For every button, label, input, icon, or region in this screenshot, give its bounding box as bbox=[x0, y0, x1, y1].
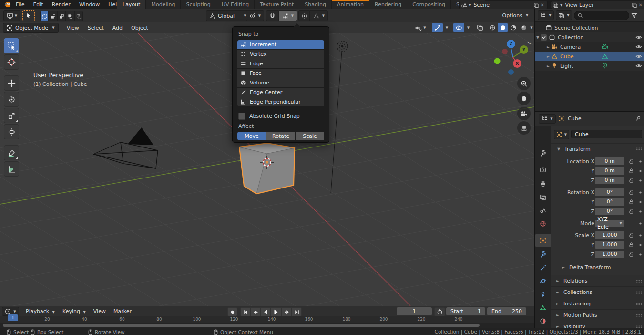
menu-window[interactable]: Window bbox=[75, 0, 104, 9]
scrollbar-thumb[interactable] bbox=[3, 324, 480, 327]
shading-material-button[interactable] bbox=[508, 23, 518, 32]
outliner-filter-mode-dropdown[interactable]: ▼ bbox=[556, 10, 572, 20]
location-z-field[interactable]: 0 m bbox=[595, 177, 624, 184]
tab-animation[interactable]: Animation bbox=[332, 0, 369, 9]
unlink-scene-icon[interactable]: ✕ bbox=[539, 2, 546, 8]
scale-z-field[interactable]: 1.000 bbox=[595, 251, 624, 258]
tool-scale[interactable] bbox=[4, 108, 19, 123]
tab-modifiers[interactable] bbox=[535, 248, 551, 261]
tab-texture-paint[interactable]: Texture Paint bbox=[255, 0, 299, 9]
absolute-grid-snap-row[interactable]: Absolute Grid Snap bbox=[238, 113, 300, 120]
tab-tool[interactable] bbox=[535, 147, 551, 159]
tab-layout[interactable]: Layout bbox=[117, 0, 145, 9]
animate-dot-icon[interactable] bbox=[639, 200, 642, 204]
outliner-row-light[interactable]: ► Light bbox=[535, 61, 644, 71]
select-mode-invert[interactable] bbox=[66, 11, 74, 21]
lock-icon[interactable] bbox=[628, 242, 634, 248]
new-view-layer-icon[interactable] bbox=[632, 2, 637, 8]
rotation-y-field[interactable]: 0° bbox=[595, 198, 624, 206]
lock-icon[interactable] bbox=[628, 158, 634, 164]
tab-world[interactable] bbox=[535, 218, 551, 230]
tool-rotate[interactable] bbox=[4, 92, 19, 107]
current-frame-field[interactable]: 1 bbox=[397, 307, 432, 315]
location-y-field[interactable]: 0 m bbox=[595, 167, 624, 175]
pivot-point-dropdown[interactable]: ▼ bbox=[246, 10, 264, 21]
menu-keying[interactable]: Keying ▼ bbox=[59, 308, 90, 314]
outliner-search-input[interactable] bbox=[574, 11, 629, 20]
tab-render[interactable] bbox=[535, 164, 551, 176]
frame-end-field[interactable]: End 250 bbox=[487, 307, 526, 315]
mode-dropdown[interactable]: Object Mode ▼ bbox=[3, 23, 59, 33]
panel-grip-icon[interactable] bbox=[635, 302, 642, 306]
rotation-x-field[interactable]: 0° bbox=[595, 188, 624, 196]
timeline-scrollbar[interactable] bbox=[0, 323, 534, 328]
pan-button[interactable] bbox=[517, 92, 531, 105]
lock-icon[interactable] bbox=[628, 178, 634, 183]
gizmo-dropdown[interactable]: ▼ bbox=[443, 23, 450, 32]
rotation-z-field[interactable]: 0° bbox=[595, 208, 624, 215]
editor-type-button[interactable]: ▼ bbox=[3, 10, 20, 21]
menu-object[interactable]: Object bbox=[127, 25, 153, 31]
panel-grip-icon[interactable] bbox=[635, 147, 642, 151]
camera-data-icon[interactable] bbox=[602, 43, 608, 50]
snap-option-volume[interactable]: Volume bbox=[237, 78, 324, 87]
section-instancing[interactable]: ►Instancing bbox=[551, 298, 644, 309]
visibility-eye-icon[interactable] bbox=[635, 53, 642, 60]
transform-panel-header[interactable]: ▼ Transform bbox=[551, 143, 644, 154]
lock-icon[interactable] bbox=[628, 251, 634, 257]
animate-dot-icon[interactable] bbox=[639, 160, 642, 163]
falloff-dropdown[interactable]: ▼ bbox=[310, 10, 328, 21]
zoom-button[interactable] bbox=[517, 77, 531, 90]
jump-to-end-button[interactable] bbox=[292, 307, 302, 316]
playhead[interactable]: 1 bbox=[8, 314, 18, 321]
shading-wireframe-button[interactable] bbox=[487, 23, 497, 32]
rotation-mode-dropdown[interactable]: XYZ Eule▼ bbox=[595, 220, 624, 227]
gizmo-y-axis[interactable]: Y bbox=[520, 45, 528, 54]
menu-add[interactable]: Add bbox=[108, 25, 127, 31]
active-tool-button[interactable] bbox=[22, 10, 35, 21]
disclosure-down-icon[interactable]: ▼ bbox=[535, 35, 541, 40]
tool-cursor[interactable] bbox=[4, 54, 19, 70]
next-keyframe-button[interactable] bbox=[282, 307, 292, 316]
panel-grip-icon[interactable] bbox=[635, 314, 642, 317]
tab-output[interactable] bbox=[535, 178, 551, 190]
snap-option-face[interactable]: Face bbox=[237, 69, 324, 78]
options-dropdown[interactable]: Options ▼ bbox=[500, 10, 531, 20]
object-name-field[interactable]: Cube bbox=[571, 130, 642, 138]
section-collections[interactable]: ►Collections bbox=[551, 286, 644, 298]
menu-marker[interactable]: Marker bbox=[110, 308, 135, 314]
disclosure-right-icon[interactable]: ► bbox=[545, 54, 551, 59]
shading-solid-button[interactable] bbox=[498, 23, 508, 32]
lock-icon[interactable] bbox=[628, 209, 634, 214]
section-relations[interactable]: ►Relations bbox=[551, 275, 644, 286]
snap-option-edge-center[interactable]: Edge Center bbox=[237, 88, 324, 97]
menu-file[interactable]: File bbox=[11, 0, 29, 9]
disclosure-right-icon[interactable]: ► bbox=[545, 45, 551, 49]
select-mode-extend[interactable] bbox=[49, 11, 57, 21]
tab-scene[interactable] bbox=[535, 204, 551, 217]
affect-move-button[interactable]: Move bbox=[237, 132, 266, 140]
snap-settings-dropdown[interactable]: ▼ bbox=[278, 10, 297, 21]
transform-orientation-dropdown[interactable]: Global ▼ bbox=[206, 10, 250, 21]
shading-rendered-button[interactable] bbox=[519, 23, 529, 32]
snap-option-edge-perpendicular[interactable]: Edge Perpendicular bbox=[237, 97, 324, 106]
tab-modeling[interactable]: Modeling bbox=[146, 0, 180, 9]
light-data-icon[interactable] bbox=[602, 63, 608, 69]
affect-scale-button[interactable]: Scale bbox=[296, 132, 324, 140]
use-preview-range-button[interactable] bbox=[434, 307, 445, 316]
outliner-row-camera[interactable]: ► Camera bbox=[535, 42, 644, 52]
select-mode-new[interactable] bbox=[40, 11, 49, 21]
location-x-field[interactable]: 0 m bbox=[595, 157, 624, 165]
properties-editor-type-button[interactable]: ▼ bbox=[539, 114, 556, 124]
section-motion-paths[interactable]: ►Motion Paths bbox=[551, 309, 644, 321]
animate-dot-icon[interactable] bbox=[639, 222, 642, 225]
lock-icon[interactable] bbox=[628, 189, 634, 195]
outliner-row-scene-collection[interactable]: Scene Collection bbox=[535, 23, 644, 32]
animate-dot-icon[interactable] bbox=[639, 191, 642, 194]
collection-checkbox[interactable] bbox=[541, 34, 547, 41]
tab-constraints[interactable] bbox=[535, 288, 551, 301]
animate-dot-icon[interactable] bbox=[639, 253, 642, 256]
tab-rendering[interactable]: Rendering bbox=[369, 0, 407, 9]
frame-start-field[interactable]: Start 1 bbox=[446, 307, 485, 315]
play-reverse-button[interactable] bbox=[260, 307, 270, 316]
